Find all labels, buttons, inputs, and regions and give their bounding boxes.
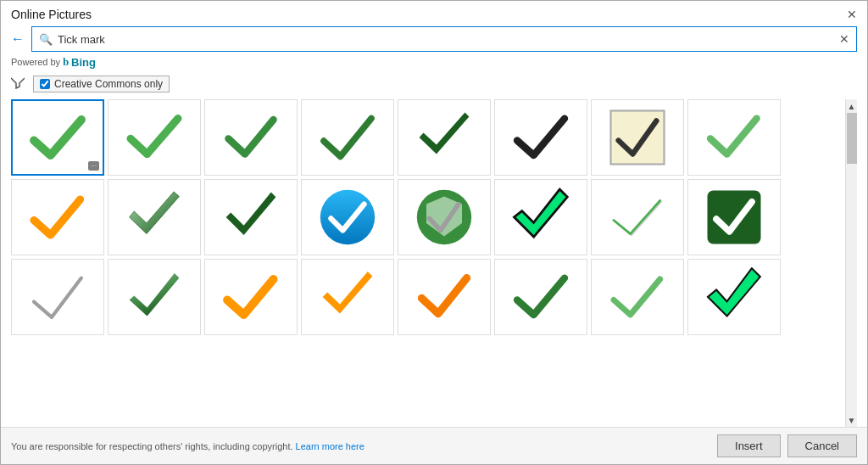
image-item[interactable] [591,259,684,335]
cc-checkbox[interactable] [40,79,50,89]
image-item[interactable] [398,179,491,255]
filter-row: Creative Commons only [1,74,867,99]
image-row-2 [11,179,845,255]
powered-by-text: Powered by [11,57,60,67]
title-bar: Online Pictures ✕ [1,1,867,25]
bing-logo-b: 𝐛 [63,55,69,69]
search-icon: 🔍 [39,33,53,46]
search-input[interactable] [58,33,839,46]
image-item[interactable] [11,179,104,255]
close-button[interactable]: ✕ [847,8,857,20]
image-item[interactable] [108,179,201,255]
image-item[interactable] [494,259,587,335]
dialog-title: Online Pictures [11,8,92,21]
image-item[interactable] [398,99,491,176]
image-row-1: ··· [11,99,845,176]
image-item[interactable] [687,259,781,335]
scroll-track [846,113,858,413]
image-item[interactable] [11,259,104,335]
bing-logo-text: Bing [71,56,96,69]
image-item[interactable] [301,259,394,335]
image-item[interactable] [204,99,298,176]
footer: You are responsible for respecting other… [1,427,867,464]
more-options-overlay: ··· [88,161,99,171]
search-row: ← 🔍 ✕ [1,25,867,55]
scrollbar: ▲ ▼ [845,99,857,427]
image-item[interactable] [301,179,394,255]
image-item[interactable] [687,179,781,255]
images-grid: ··· [11,99,845,427]
image-item[interactable] [494,179,587,255]
image-item[interactable] [204,259,298,335]
learn-more-link[interactable]: Learn more here [296,441,364,451]
clear-search-button[interactable]: ✕ [839,32,849,46]
powered-by-label: Powered by 𝐛 Bing [1,55,867,74]
scroll-up-button[interactable]: ▲ [846,99,858,113]
image-item[interactable] [398,259,491,335]
scroll-thumb[interactable] [847,113,857,164]
image-item[interactable] [591,179,684,255]
images-area: ··· [1,99,867,427]
insert-button[interactable]: Insert [717,434,781,457]
image-item[interactable] [204,179,298,255]
footer-disclaimer: You are responsible for respecting other… [11,441,364,451]
scroll-down-button[interactable]: ▼ [846,413,858,427]
image-item[interactable] [108,99,201,176]
filter-icon [11,77,25,92]
image-item[interactable] [494,99,587,176]
footer-buttons: Insert Cancel [717,434,857,457]
footer-text-content: You are responsible for respecting other… [11,441,293,451]
creative-commons-filter[interactable]: Creative Commons only [33,76,170,92]
image-item[interactable] [687,99,781,176]
search-box: 🔍 ✕ [31,26,857,52]
image-item[interactable] [301,99,394,176]
cc-label: Creative Commons only [54,78,163,90]
image-item[interactable]: ··· [11,99,104,176]
cancel-button[interactable]: Cancel [787,434,857,457]
image-row-3 [11,259,845,335]
svg-point-1 [320,190,375,244]
image-item[interactable] [591,99,684,176]
back-button[interactable]: ← [11,32,25,46]
image-item[interactable] [108,259,201,335]
